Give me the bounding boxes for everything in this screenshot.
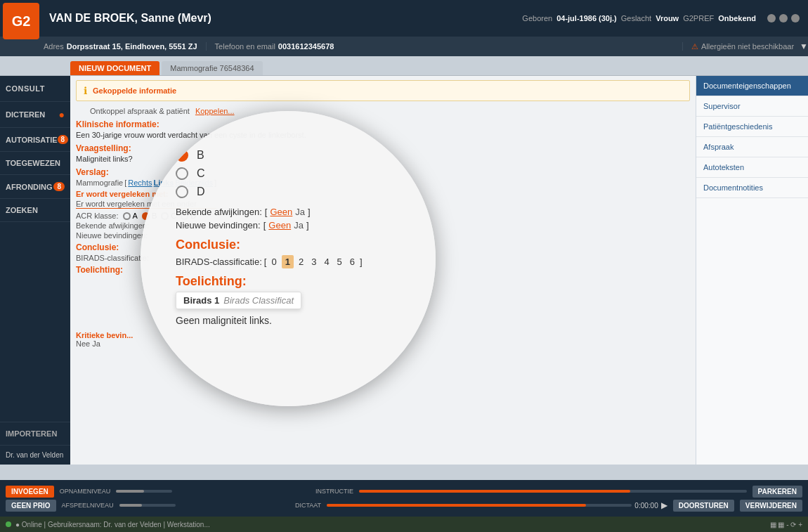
phone-value: 0031612345678 <box>278 42 334 51</box>
tab-new-document[interactable]: NIEUW DOCUMENT <box>70 61 159 75</box>
sidebar-item-dicteren[interactable]: DICTEREN ● <box>0 102 70 128</box>
mammografie-label: Mammografie <box>76 179 123 187</box>
doctor-name: Dr. van der Velden <box>0 445 70 465</box>
sidebar-item-toegewezen[interactable]: TOEGEWEZEN <box>0 152 70 175</box>
opnameniveau-slider[interactable] <box>116 490 172 493</box>
linked-info-banner: ℹ Gekoppelde informatie <box>76 80 690 101</box>
mag-radio-d[interactable] <box>176 186 188 198</box>
sidebar-item-afronding[interactable]: AFRONDING 8 <box>0 175 70 199</box>
mag-bekende-label: Bekende afwijkingen: <box>176 207 262 217</box>
geen-prio-button[interactable]: GEEN PRIO <box>6 500 56 512</box>
birads-1[interactable]: 1 <box>282 255 294 268</box>
invoegen-button[interactable]: INVOEGEN <box>6 486 54 498</box>
klinische-label: Klinische informatie: <box>76 119 690 129</box>
birth-label: Geboren <box>522 14 552 22</box>
app-logo: G2 <box>3 3 39 39</box>
mag-conclusion-text: Geen maligniteit links. <box>176 315 415 326</box>
birth-date: 04-jul-1986 (30j.) <box>556 14 617 22</box>
dicteren-icon: ● <box>59 109 65 120</box>
magnify-overlay: B C D Bekende afwijkingen: [ Geen Ja <box>141 111 436 406</box>
parkeren-button[interactable]: PARKEREN <box>752 486 802 498</box>
tooltip-italic: Birads Classificat <box>223 295 294 306</box>
birads-5[interactable]: 5 <box>334 255 345 268</box>
tab-mammografie[interactable]: Mammografie 76548364 <box>162 61 262 75</box>
mag-birads-label: BIRADS-classificatie: <box>176 257 262 267</box>
linked-info-link[interactable]: Gekoppelde informatie <box>93 86 176 95</box>
klinische-text: Een 30-jarige vrouw wordt verdacht van e… <box>76 131 690 139</box>
address-value: Dorpsstraat 15, Eindhoven, 5551 ZJ <box>67 42 197 51</box>
allergie-section: ⚠ Allergieën niet beschikbaar <box>691 42 794 51</box>
mag-bekende-geen[interactable]: Geen <box>270 207 292 217</box>
afspeelniveau-label: AFSPEELNIVEAU <box>62 502 114 509</box>
allergie-icon: ⚠ <box>691 42 698 51</box>
g2pref-label: G2PREF <box>683 14 714 22</box>
phone-label: Telefoon en email <box>215 42 275 51</box>
left-sidebar: CONSULT DICTEREN ● AUTORISATIE 8 TOEGEWE… <box>0 76 70 465</box>
birads-3[interactable]: 3 <box>308 255 319 268</box>
mag-bekende-ja[interactable]: Ja <box>295 207 305 217</box>
birads-6[interactable]: 6 <box>347 255 358 268</box>
right-panel-afspraak[interactable]: Afspraak <box>696 137 808 157</box>
dictaat-label: DICTAAT <box>295 502 321 509</box>
close-control[interactable] <box>791 14 800 22</box>
g2pref-value: Onbekend <box>718 14 756 22</box>
mag-toelichting-label: Toelichting: <box>176 274 415 289</box>
play-icon[interactable]: ▶ <box>661 500 667 510</box>
opnameniveau-label: OPNAMENIVEAU <box>60 488 111 495</box>
instructie-slider[interactable] <box>359 490 747 493</box>
gender-label: Geslacht <box>621 14 651 22</box>
address-label: Adres <box>44 42 64 51</box>
afspeelniveau-slider[interactable] <box>119 504 176 507</box>
status-dot <box>6 521 11 527</box>
mag-radio-c[interactable] <box>176 167 188 180</box>
patient-name: VAN DE BROEK, Sanne (Mevr) <box>49 12 211 24</box>
tooltip-bold: Birads 1 <box>183 295 219 306</box>
mag-nieuwe-label: Nieuwe bevindingen: <box>176 220 261 231</box>
doorsturen-button[interactable]: DOORSTUREN <box>673 500 734 512</box>
importeren-button[interactable]: IMPORTEREN <box>0 422 70 445</box>
verwijderen-button[interactable]: VERWIJDEREN <box>740 500 802 512</box>
status-bar: ● Online | Gebruikersnaam: Dr. van der V… <box>0 517 808 532</box>
tab-rechts[interactable]: Rechts <box>128 179 152 187</box>
scroll-down-icon[interactable]: ▼ <box>800 41 808 51</box>
time-display: 0:00:00 <box>634 502 658 510</box>
phone-section: Telefoon en email 0031612345678 <box>215 42 683 51</box>
instructie-label: INSTRUCTIE <box>315 488 353 495</box>
ontkoppel-link[interactable]: Ontkoppel afspraak & patiënt <box>90 107 190 115</box>
status-text: ● Online | Gebruikersnaam: Dr. van der V… <box>15 521 210 528</box>
birads-4[interactable]: 4 <box>321 255 332 268</box>
info-icon: ℹ <box>84 85 87 96</box>
sidebar-item-consult[interactable]: CONSULT <box>0 76 70 102</box>
mag-conclusie-label: Conclusie: <box>176 238 415 252</box>
acr-label: ACR klasse: <box>76 212 119 220</box>
mag-nieuwe-ja[interactable]: Ja <box>294 220 304 231</box>
right-panel: Documenteigenschappen Supervisor Patiënt… <box>696 76 808 465</box>
birads-tooltip: Birads 1 Birads Classificat <box>176 292 301 309</box>
acr-radio-a[interactable]: A <box>123 212 138 220</box>
mag-nieuwe-geen[interactable]: Geen <box>268 220 291 231</box>
afronding-badge: 8 <box>53 182 65 191</box>
sidebar-item-zoeken[interactable]: ZOEKEN <box>0 199 70 222</box>
sidebar-item-autorisatie[interactable]: AUTORISATIE 8 <box>0 128 70 152</box>
address-section: Adres Dorpsstraat 15, Eindhoven, 5551 ZJ <box>44 42 207 51</box>
right-panel-documenteigenschappen[interactable]: Documenteigenschappen <box>696 76 808 96</box>
birads-2[interactable]: 2 <box>296 255 306 268</box>
koppelen-btn[interactable]: Koppelen... <box>195 107 235 115</box>
right-panel-documentnotities[interactable]: Documentnotities <box>696 178 808 198</box>
dictaat-slider[interactable] <box>327 504 632 507</box>
right-panel-autoteksten[interactable]: Autoteksten <box>696 157 808 178</box>
minimize-control[interactable] <box>767 14 776 22</box>
gender-value: Vrouw <box>656 14 679 22</box>
content-area: ℹ Gekoppelde informatie Ontkoppel afspra… <box>70 76 696 465</box>
maximize-control[interactable] <box>779 14 788 22</box>
autorisatie-badge: 8 <box>58 135 69 144</box>
right-panel-supervisor[interactable]: Supervisor <box>696 96 808 117</box>
allergie-text: Allergieën niet beschikbaar <box>701 42 794 51</box>
birads-0[interactable]: 0 <box>268 255 279 268</box>
right-panel-patientgeschiedenis[interactable]: Patiëntgeschiedenis <box>696 117 808 137</box>
status-icons: ▦ ▦ - ⟳ + <box>770 521 802 528</box>
